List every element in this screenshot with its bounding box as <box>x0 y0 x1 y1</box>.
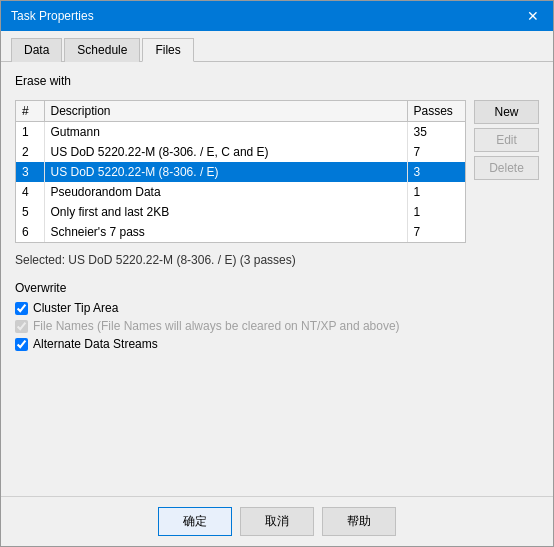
cell-passes: 3 <box>407 162 465 182</box>
alt-data-checkbox[interactable] <box>15 338 28 351</box>
overwrite-section: Overwrite Cluster Tip Area File Names (F… <box>15 281 539 355</box>
edit-button[interactable]: Edit <box>474 128 539 152</box>
cell-num: 4 <box>16 182 44 202</box>
cell-num: 1 <box>16 122 44 143</box>
cell-num: 5 <box>16 202 44 222</box>
window-title: Task Properties <box>11 9 94 23</box>
tab-schedule[interactable]: Schedule <box>64 38 140 62</box>
cell-passes: 7 <box>407 222 465 242</box>
col-header-passes: Passes <box>407 101 465 122</box>
table-row[interactable]: 6 Schneier's 7 pass 7 <box>16 222 465 242</box>
cell-num: 6 <box>16 222 44 242</box>
file-names-label: File Names (File Names will always be cl… <box>33 319 400 333</box>
cell-description: Gutmann <box>44 122 407 143</box>
overwrite-label: Overwrite <box>15 281 539 295</box>
col-header-description: Description <box>44 101 407 122</box>
table-row[interactable]: 4 Pseudorandom Data 1 <box>16 182 465 202</box>
cell-passes: 35 <box>407 122 465 143</box>
checkbox-alt-data: Alternate Data Streams <box>15 337 539 351</box>
selected-text: Selected: US DoD 5220.22-M (8-306. / E) … <box>15 253 539 267</box>
erase-table-wrapper: # Description Passes 1 Gutmann 35 2 US D… <box>15 100 466 243</box>
cell-passes: 1 <box>407 182 465 202</box>
cell-description: Schneier's 7 pass <box>44 222 407 242</box>
side-buttons: New Edit Delete <box>474 100 539 180</box>
table-row[interactable]: 1 Gutmann 35 <box>16 122 465 143</box>
checkbox-file-names: File Names (File Names will always be cl… <box>15 319 539 333</box>
task-properties-window: Task Properties ✕ Data Schedule Files Er… <box>0 0 554 547</box>
footer: 确定 取消 帮助 <box>1 496 553 546</box>
checkbox-cluster-tip: Cluster Tip Area <box>15 301 539 315</box>
cell-num: 3 <box>16 162 44 182</box>
erase-with-label: Erase with <box>15 74 539 88</box>
help-button[interactable]: 帮助 <box>322 507 396 536</box>
cell-description: Only first and last 2KB <box>44 202 407 222</box>
cell-description: US DoD 5220.22-M (8-306. / E, C and E) <box>44 142 407 162</box>
alt-data-label: Alternate Data Streams <box>33 337 158 351</box>
erase-area: # Description Passes 1 Gutmann 35 2 US D… <box>15 100 539 243</box>
tab-files[interactable]: Files <box>142 38 193 62</box>
col-header-num: # <box>16 101 44 122</box>
content-area: Data Schedule Files Erase with # Descrip… <box>1 31 553 496</box>
table-row[interactable]: 5 Only first and last 2KB 1 <box>16 202 465 222</box>
cell-description: Pseudorandom Data <box>44 182 407 202</box>
close-button[interactable]: ✕ <box>523 9 543 23</box>
table-row[interactable]: 3 US DoD 5220.22-M (8-306. / E) 3 <box>16 162 465 182</box>
cancel-button[interactable]: 取消 <box>240 507 314 536</box>
new-button[interactable]: New <box>474 100 539 124</box>
tab-bar: Data Schedule Files <box>1 31 553 62</box>
cell-num: 2 <box>16 142 44 162</box>
cluster-tip-label: Cluster Tip Area <box>33 301 118 315</box>
title-bar: Task Properties ✕ <box>1 1 553 31</box>
tab-data[interactable]: Data <box>11 38 62 62</box>
table-row[interactable]: 2 US DoD 5220.22-M (8-306. / E, C and E)… <box>16 142 465 162</box>
main-content: Erase with # Description Passes 1 <box>1 62 553 496</box>
delete-button[interactable]: Delete <box>474 156 539 180</box>
ok-button[interactable]: 确定 <box>158 507 232 536</box>
file-names-checkbox[interactable] <box>15 320 28 333</box>
cell-passes: 7 <box>407 142 465 162</box>
cell-description: US DoD 5220.22-M (8-306. / E) <box>44 162 407 182</box>
erase-table: # Description Passes 1 Gutmann 35 2 US D… <box>16 101 465 242</box>
cluster-tip-checkbox[interactable] <box>15 302 28 315</box>
cell-passes: 1 <box>407 202 465 222</box>
